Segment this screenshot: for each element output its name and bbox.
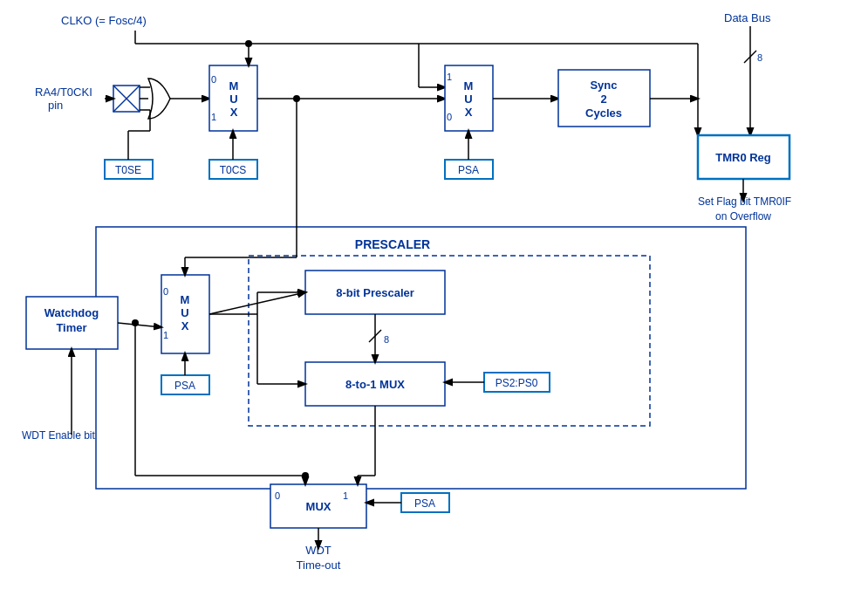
svg-text:M: M [464,79,474,93]
bottom-mux-label: MUX [306,500,331,513]
on-overflow-label: on Overflow [715,210,771,223]
ra4-label: RA4/T0CKI [35,86,92,99]
t0se-label: T0SE [115,164,141,176]
svg-text:Cycles: Cycles [585,106,622,120]
psa-label-2: PSA [174,380,195,392]
svg-text:8: 8 [384,334,389,345]
svg-text:0: 0 [447,112,452,122]
svg-text:M: M [181,293,190,306]
svg-text:Sync: Sync [590,79,617,92]
svg-text:U: U [229,93,237,106]
psa-label-1: PSA [458,164,479,176]
svg-text:X: X [465,106,473,119]
svg-text:1: 1 [343,490,348,501]
mux8to1-label: 8-to-1 MUX [345,378,405,391]
t0cs-label: T0CS [220,164,247,176]
ps2ps0-label: PS2:PS0 [496,377,538,389]
svg-text:0: 0 [211,74,216,85]
svg-text:X: X [230,106,238,119]
svg-text:0: 0 [275,490,280,501]
svg-text:Timer: Timer [56,321,86,334]
pin-label: pin [48,99,63,112]
psa-label-3: PSA [414,497,435,510]
svg-text:M: M [229,79,239,93]
clko-label: CLKO (= Fosc/4) [61,14,147,27]
wdt-enable-label: WDT Enable bit [22,429,95,442]
svg-line-70 [118,323,161,327]
svg-text:1: 1 [447,72,452,82]
svg-text:1: 1 [211,112,216,122]
watchdog-timer-label: Watchdog [44,306,99,319]
diagram: CLKO (= Fosc/4) RA4/T0CKI pin T0SE M U X… [0,0,868,603]
databus-label: Data Bus [724,11,771,24]
set-flag-label: Set Flag bit TMR0IF [698,195,791,208]
prescaler-8bit-label: 8-bit Prescaler [336,286,414,299]
svg-text:8: 8 [757,52,762,63]
svg-text:X: X [181,319,189,332]
prescaler-section-label: PRESCALER [355,237,430,251]
wdt-timeout-label2: Time-out [297,558,341,572]
svg-rect-50 [96,227,746,489]
svg-text:2: 2 [600,93,606,106]
tmr0-reg-label: TMR0 Reg [715,151,771,164]
svg-text:U: U [181,306,188,319]
svg-text:1: 1 [163,330,168,340]
svg-text:U: U [464,93,472,106]
svg-text:0: 0 [163,286,168,297]
